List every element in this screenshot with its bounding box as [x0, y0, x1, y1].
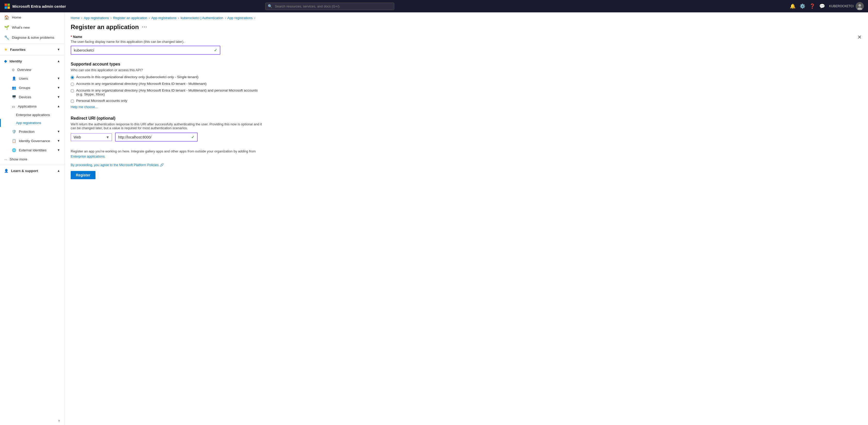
- brand: Microsoft Entra admin center: [4, 3, 66, 9]
- sidebar-section-external-identities[interactable]: 🌐 External Identities ▼: [0, 145, 64, 155]
- name-label: *Name: [71, 35, 265, 39]
- sidebar-item-enterprise-apps[interactable]: Enterprise applications: [0, 111, 64, 119]
- show-more-icon: ···: [4, 157, 7, 161]
- sidebar-collapse-button[interactable]: «: [0, 416, 64, 425]
- sidebar-users-label: Users: [19, 76, 28, 80]
- sidebar-section-identity-governance[interactable]: 📋 Identity Governance ▼: [0, 136, 64, 145]
- identity-governance-icon: 📋: [12, 139, 16, 143]
- name-section: *Name The user-facing display name for t…: [71, 35, 265, 55]
- search-icon: 🔍: [268, 4, 272, 8]
- redirect-uri-input[interactable]: [118, 135, 189, 139]
- external-identities-icon: 🌐: [12, 148, 16, 152]
- search-bar[interactable]: 🔍: [265, 3, 394, 10]
- breadcrumb-app-reg-1[interactable]: App registrations: [84, 16, 109, 20]
- radio-personal-only-input[interactable]: [71, 100, 74, 103]
- breadcrumb-sep-2: ›: [111, 16, 112, 20]
- sidebar-overview-label: Overview: [17, 68, 31, 72]
- applications-chevron: ▲: [57, 104, 60, 108]
- sidebar-devices-label: Devices: [19, 95, 31, 99]
- sidebar-item-app-registrations[interactable]: App registrations: [0, 119, 64, 127]
- help-me-choose-link[interactable]: Help me choose...: [71, 105, 98, 109]
- settings-icon[interactable]: ⚙️: [800, 3, 805, 9]
- svg-rect-3: [7, 6, 10, 9]
- radio-single-tenant[interactable]: Accounts in this organizational director…: [71, 75, 265, 79]
- account-type-radio-group: Accounts in this organizational director…: [71, 75, 265, 103]
- page-more-button[interactable]: ···: [142, 25, 147, 30]
- breadcrumb-register-app[interactable]: Register an application: [113, 16, 147, 20]
- redirect-type-select-wrap: Web SPA Public client/native (mobile & d…: [71, 133, 112, 141]
- sidebar-section-devices[interactable]: 🖥️ Devices ▼: [0, 92, 64, 102]
- help-icon[interactable]: ❓: [809, 3, 815, 9]
- close-button[interactable]: ✕: [857, 33, 863, 41]
- sidebar-item-diagnose[interactable]: 🔧 Diagnose & solve problems: [0, 32, 64, 42]
- breadcrumb-home[interactable]: Home: [71, 16, 80, 20]
- breadcrumb-app-reg-3[interactable]: App registrations: [227, 16, 253, 20]
- radio-multitenant[interactable]: Accounts in any organizational directory…: [71, 82, 265, 86]
- username-label: KUBEROCKETCI: [829, 4, 854, 8]
- supported-accounts-section: Supported account types Who can use this…: [71, 62, 265, 109]
- groups-icon: 👥: [12, 86, 16, 90]
- sidebar-section-learn[interactable]: 👤 Learn & support ▲: [0, 166, 64, 175]
- breadcrumb-auth[interactable]: kuberocketci | Authentication: [181, 16, 223, 20]
- sidebar-section-users[interactable]: 👤 Users ▼: [0, 74, 64, 83]
- user-menu[interactable]: KUBEROCKETCI: [829, 2, 864, 10]
- sidebar-item-whats-new-label: What's new: [12, 26, 30, 29]
- name-input[interactable]: [74, 48, 214, 52]
- sidebar-favorites-label: Favorites: [10, 48, 26, 52]
- redirect-uri-help: We'll return the authentication response…: [71, 122, 265, 130]
- supported-accounts-question: Who can use this application or access t…: [71, 68, 265, 72]
- brand-name: Microsoft Entra admin center: [12, 4, 66, 8]
- radio-single-tenant-input[interactable]: [71, 76, 74, 79]
- sidebar-item-overview[interactable]: ⊙ Overview: [0, 66, 64, 74]
- sidebar-item-show-more[interactable]: ··· Show more: [0, 155, 64, 164]
- search-input[interactable]: [265, 3, 394, 10]
- policy-text[interactable]: By proceeding, you agree to the Microsof…: [71, 163, 265, 167]
- sidebar-section-applications[interactable]: ⚏ Applications ▲: [0, 102, 64, 111]
- users-icon: 👤: [12, 76, 16, 80]
- feedback-icon[interactable]: 💬: [819, 3, 825, 9]
- radio-multitenant-input[interactable]: [71, 83, 74, 86]
- page-header: Register an application ···: [64, 22, 868, 35]
- protection-chevron: ▼: [57, 130, 60, 133]
- radio-personal-only[interactable]: Personal Microsoft accounts only: [71, 99, 265, 103]
- external-identities-chevron: ▼: [57, 148, 60, 152]
- name-check-icon: ✓: [214, 48, 217, 53]
- sidebar-external-identities-label: External Identities: [19, 148, 46, 152]
- radio-multitenant-personal-label: Accounts in any organizational directory…: [76, 89, 265, 96]
- breadcrumb-sep-3: ›: [149, 16, 150, 20]
- breadcrumb-app-reg-2[interactable]: App registrations: [151, 16, 177, 20]
- sidebar-section-groups[interactable]: 👥 Groups ▼: [0, 83, 64, 92]
- identity-chevron: ▲: [57, 59, 60, 63]
- redirect-type-select[interactable]: Web SPA Public client/native (mobile & d…: [71, 133, 112, 141]
- supported-accounts-title: Supported account types: [71, 62, 265, 67]
- sidebar-identity-label: Identity: [9, 59, 22, 63]
- breadcrumb-sep-5: ›: [225, 16, 226, 20]
- register-button[interactable]: Register: [71, 171, 95, 179]
- sidebar-section-identity[interactable]: ◆ Identity ▲: [0, 57, 64, 66]
- notification-icon[interactable]: 🔔: [790, 3, 796, 9]
- sidebar-item-whats-new[interactable]: 🌱 What's new: [0, 23, 64, 32]
- required-star: *: [71, 35, 72, 39]
- sidebar-section-favorites[interactable]: ★ Favorites ▼: [0, 45, 64, 54]
- radio-personal-only-label: Personal Microsoft accounts only: [76, 99, 127, 103]
- sidebar-applications-label: Applications: [18, 104, 37, 108]
- breadcrumb-sep-1: ›: [81, 16, 82, 20]
- devices-icon: 🖥️: [12, 95, 16, 99]
- identity-icon: ◆: [4, 59, 7, 63]
- sidebar-item-diagnose-label: Diagnose & solve problems: [12, 36, 54, 39]
- applications-icon: ⚏: [12, 104, 15, 108]
- collapse-icon: «: [58, 419, 60, 422]
- radio-multitenant-personal-input[interactable]: [71, 89, 74, 93]
- sidebar-section-protection[interactable]: 🛡️ Protection ▼: [0, 127, 64, 136]
- breadcrumb: Home › App registrations › Register an a…: [64, 12, 868, 22]
- radio-multitenant-personal[interactable]: Accounts in any organizational directory…: [71, 89, 265, 96]
- info-text-part2: .: [105, 155, 106, 158]
- learn-chevron: ▲: [57, 169, 60, 172]
- enterprise-applications-link[interactable]: Enterprise applications: [71, 155, 105, 158]
- svg-rect-0: [5, 4, 7, 6]
- sidebar-item-home[interactable]: 🏠 Home: [0, 12, 64, 23]
- learn-icon: 👤: [4, 169, 8, 173]
- topbar-actions: 🔔 ⚙️ ❓ 💬 KUBEROCKETCI: [790, 2, 864, 10]
- policy-label: By proceeding, you agree to the Microsof…: [71, 163, 159, 167]
- devices-chevron: ▼: [57, 95, 60, 99]
